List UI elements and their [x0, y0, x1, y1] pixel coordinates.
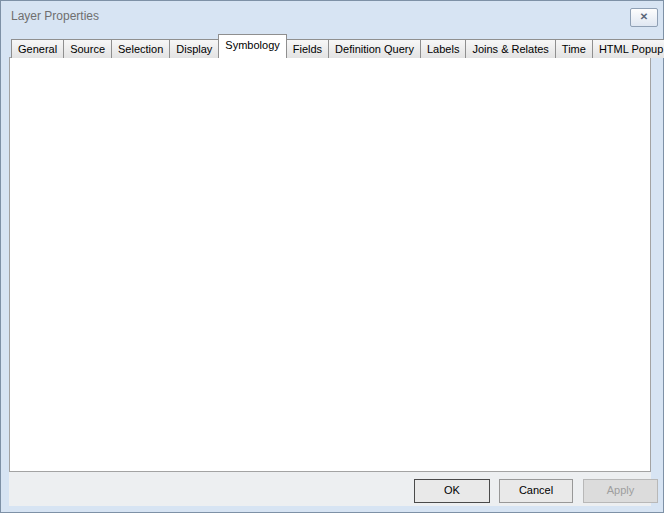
apply-button: Apply — [583, 479, 658, 503]
window-title: Layer Properties — [11, 9, 99, 23]
tab-symbology[interactable]: Symbology — [218, 34, 286, 58]
close-icon[interactable]: ✕ — [630, 8, 658, 27]
tab-joins-relates[interactable]: Joins & Relates — [465, 39, 555, 58]
tab-time[interactable]: Time — [555, 39, 593, 58]
tab-source[interactable]: Source — [63, 39, 112, 58]
tab-html-popup[interactable]: HTML Popup — [592, 39, 664, 58]
symbology-tab-page — [9, 57, 651, 472]
cancel-button[interactable]: Cancel — [499, 479, 573, 503]
tab-labels[interactable]: Labels — [420, 39, 466, 58]
tab-general[interactable]: General — [11, 39, 64, 58]
tab-fields[interactable]: Fields — [286, 39, 329, 58]
tab-definition-query[interactable]: Definition Query — [328, 39, 421, 58]
tab-selection[interactable]: Selection — [111, 39, 170, 58]
layer-properties-dialog: Layer Properties ✕ General Source Select… — [0, 0, 664, 513]
ok-button[interactable]: OK — [414, 479, 490, 503]
tab-display[interactable]: Display — [169, 39, 219, 58]
tab-bar: General Source Selection Display Symbolo… — [11, 35, 664, 58]
